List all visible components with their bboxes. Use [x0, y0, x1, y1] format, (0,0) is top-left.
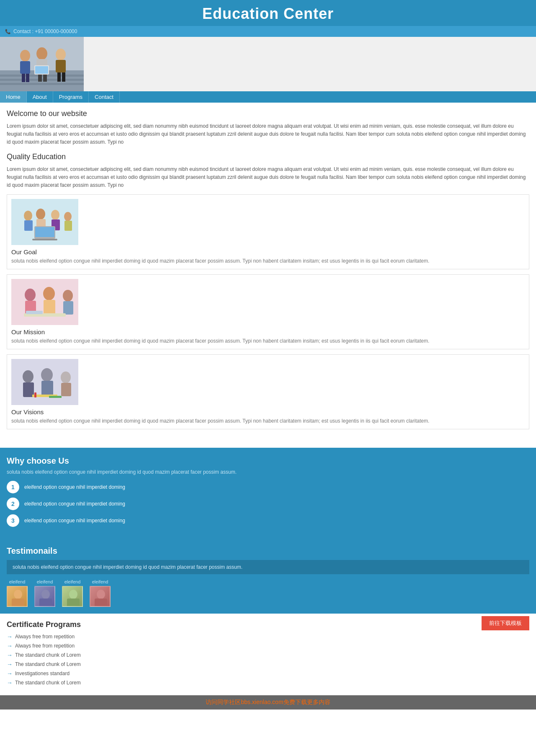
- svg-rect-7: [22, 74, 25, 82]
- welcome-text: Lorem ipsum dolor sit amet, consectetuer…: [7, 122, 529, 147]
- why-title: Why choose Us: [7, 456, 529, 466]
- cert-text-3: The standard chunk of Lorem: [15, 652, 81, 658]
- testimonial-avatars: eleifend eleifend eleifend: [7, 579, 529, 607]
- svg-rect-55: [67, 599, 80, 607]
- svg-point-41: [23, 370, 34, 383]
- svg-point-56: [97, 590, 105, 599]
- cert-arrow-1: →: [7, 633, 13, 640]
- quality-title: Quality Education: [7, 152, 529, 161]
- svg-rect-30: [32, 239, 57, 240]
- svg-point-34: [43, 287, 55, 300]
- avatar-image-1: [7, 586, 28, 607]
- certificate-section: Certificate Programs 前往下载模板 → Always fre…: [0, 614, 536, 695]
- svg-point-26: [64, 212, 72, 221]
- why-number-1: 1: [7, 481, 19, 493]
- download-button[interactable]: 前往下载模板: [482, 616, 529, 630]
- cert-arrow-2: →: [7, 642, 13, 649]
- avatar-item-3: eleifend: [62, 579, 83, 607]
- certificate-title: Certificate Programs: [7, 620, 81, 629]
- svg-rect-49: [49, 396, 62, 398]
- cert-arrow-3: →: [7, 652, 13, 658]
- card-visions: Our Visions soluta nobis eleifend option…: [7, 354, 529, 429]
- svg-rect-37: [63, 301, 73, 315]
- svg-rect-44: [41, 381, 53, 397]
- site-title: Education Center: [0, 5, 536, 23]
- avatar-image-3: [62, 586, 83, 607]
- card-goal-title: Our Goal: [11, 248, 525, 255]
- why-text-3: eleifend option congue nihil imperdiet d…: [24, 518, 125, 524]
- cert-text-4: The standard chunk of Lorem: [15, 661, 81, 667]
- cert-arrow-5: →: [7, 670, 13, 677]
- quality-text: Lorem ipsum dolor sit amet, consectetuer…: [7, 165, 529, 190]
- cert-item-1: → Always free from repetition: [7, 633, 529, 640]
- svg-point-32: [25, 289, 36, 301]
- contact-bar: 📞 Contact : +91 00000-000000: [0, 26, 536, 37]
- testimonial-quote: soluta nobis eleifend option congue nihi…: [7, 560, 529, 574]
- card-mission: Our Mission soluta nobis eleifend option…: [7, 274, 529, 349]
- svg-rect-14: [56, 60, 66, 72]
- welcome-title: Welcome to our website: [7, 109, 529, 118]
- card-mission-image: [11, 279, 78, 325]
- why-text-1: eleifend option congue nihil imperdiet d…: [24, 484, 125, 490]
- card-goal-desc: soluta nobis eleifend option congue nihi…: [11, 257, 525, 265]
- contact-text: Contact : +91 00000-000000: [13, 28, 77, 34]
- cert-item-3: → The standard chunk of Lorem: [7, 652, 529, 658]
- svg-point-43: [41, 368, 53, 382]
- watermark-text: 访问同学社区bbs.xienlao.com免费下载更多内容: [206, 699, 330, 705]
- card-goal-image: [11, 199, 78, 245]
- why-subtitle: soluta nobis eleifend option congue nihi…: [7, 469, 529, 475]
- avatar-image-2: [34, 586, 55, 607]
- svg-rect-48: [34, 392, 36, 397]
- cert-item-2: → Always free from repetition: [7, 642, 529, 649]
- hero-svg: [0, 37, 84, 91]
- svg-rect-21: [24, 220, 33, 231]
- why-text-2: eleifend option congue nihil imperdiet d…: [24, 501, 125, 507]
- svg-point-22: [36, 209, 45, 219]
- svg-rect-27: [64, 221, 72, 231]
- avatar-label-1: eleifend: [9, 579, 26, 584]
- svg-point-5: [20, 50, 30, 62]
- svg-rect-4: [0, 83, 84, 85]
- testimonials-section: Testimonails soluta nobis eleifend optio…: [0, 539, 536, 614]
- cert-text-1: Always free from repetition: [15, 634, 75, 640]
- avatar-image-4: [90, 586, 111, 607]
- svg-rect-6: [20, 61, 30, 74]
- card-mission-desc: soluta nobis eleifend option congue nihi…: [11, 337, 525, 345]
- hero-image: [0, 37, 536, 91]
- svg-rect-46: [61, 383, 71, 396]
- svg-point-52: [41, 590, 50, 599]
- svg-point-9: [36, 47, 47, 60]
- why-item-1: 1 eleifend option congue nihil imperdiet…: [7, 481, 529, 493]
- nav-about[interactable]: About: [27, 91, 53, 103]
- svg-rect-18: [35, 66, 48, 74]
- why-item-2: 2 eleifend option congue nihil imperdiet…: [7, 498, 529, 510]
- watermark-bar: 访问同学社区bbs.xienlao.com免费下载更多内容: [0, 695, 536, 710]
- card-visions-image: [11, 359, 78, 405]
- why-number-2: 2: [7, 498, 19, 510]
- svg-point-20: [24, 211, 32, 221]
- main-content: Welcome to our website Lorem ipsum dolor…: [0, 103, 536, 441]
- svg-rect-16: [62, 72, 65, 82]
- svg-rect-51: [12, 599, 24, 607]
- svg-rect-29: [35, 227, 54, 237]
- cert-text-5: Investigationes standard: [15, 671, 70, 676]
- why-item-3: 3 eleifend option congue nihil imperdiet…: [7, 514, 529, 527]
- why-choose-us-section: Why choose Us soluta nobis eleifend opti…: [0, 448, 536, 539]
- svg-point-24: [51, 210, 59, 220]
- cert-item-6: → The standard chunk of Lorem: [7, 679, 529, 686]
- card-visions-title: Our Visions: [11, 408, 525, 415]
- avatar-label-2: eleifend: [37, 579, 53, 584]
- svg-rect-53: [39, 599, 52, 607]
- nav-home[interactable]: Home: [0, 91, 27, 103]
- cert-item-4: → The standard chunk of Lorem: [7, 661, 529, 668]
- phone-icon: 📞: [5, 29, 11, 34]
- avatar-item-4: eleifend: [90, 579, 111, 607]
- site-header: Education Center: [0, 0, 536, 26]
- card-goal: Our Goal soluta nobis eleifend option co…: [7, 194, 529, 269]
- cert-item-5: → Investigationes standard: [7, 670, 529, 677]
- why-number-3: 3: [7, 514, 19, 527]
- nav-programs[interactable]: Programs: [53, 91, 89, 103]
- nav-contact[interactable]: Contact: [89, 91, 120, 103]
- svg-point-54: [69, 590, 77, 599]
- card-mission-title: Our Mission: [11, 328, 525, 335]
